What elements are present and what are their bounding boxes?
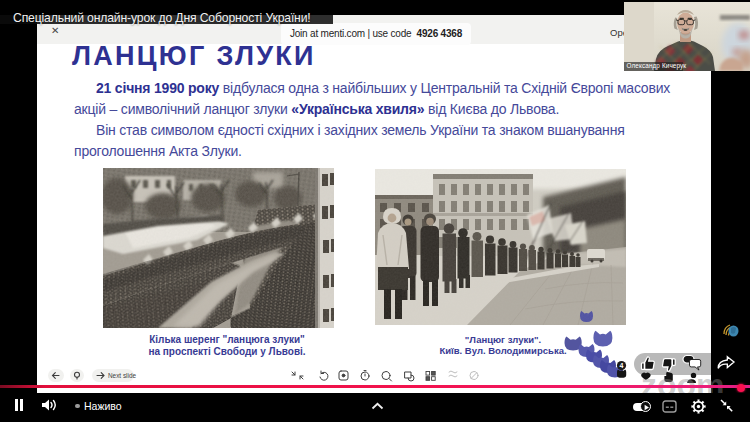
svg-text:Next slide: Next slide: [108, 372, 137, 379]
svg-text:4: 4: [620, 362, 624, 369]
